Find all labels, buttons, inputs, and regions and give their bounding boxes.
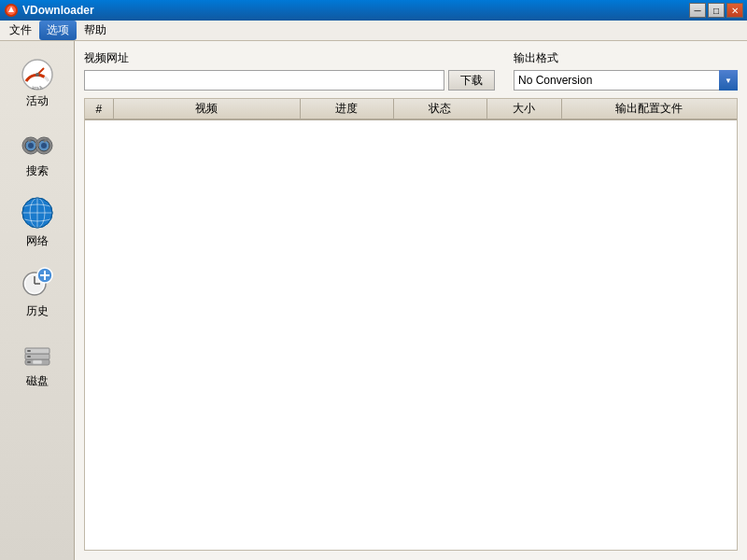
sidebar-active-label: 活动 bbox=[26, 93, 49, 109]
format-select-wrap: No Conversion AVI MP4 WMV MOV MP3 AAC OG… bbox=[514, 70, 738, 91]
url-group: 视频网址 下载 bbox=[84, 50, 495, 91]
network-icon bbox=[19, 194, 56, 231]
svg-rect-32 bbox=[27, 356, 31, 357]
table-container: # 视频 进度 状态 大小 输出配置文件 bbox=[84, 98, 738, 551]
content-area: 视频网址 下载 输出格式 No Conversion AVI MP4 WMV M… bbox=[75, 41, 747, 560]
col-size: 大小 bbox=[486, 99, 561, 119]
svg-point-5 bbox=[35, 73, 39, 77]
download-button[interactable]: 下载 bbox=[448, 70, 495, 91]
sidebar-search-label: 搜索 bbox=[26, 163, 49, 179]
svg-rect-13 bbox=[35, 142, 39, 147]
sidebar-history-label: 历史 bbox=[26, 303, 49, 319]
maximize-button[interactable]: □ bbox=[708, 3, 725, 18]
svg-point-11 bbox=[28, 143, 34, 148]
title-bar: VDownloader ─ □ ✕ bbox=[0, 0, 747, 21]
table-header-row: # 视频 进度 状态 大小 输出配置文件 bbox=[85, 99, 737, 119]
title-text: VDownloader bbox=[22, 4, 94, 17]
url-label: 视频网址 bbox=[84, 50, 495, 66]
svg-rect-33 bbox=[27, 350, 31, 352]
sidebar-network-label: 网络 bbox=[26, 233, 49, 249]
svg-rect-34 bbox=[33, 360, 42, 364]
history-icon bbox=[19, 264, 56, 301]
format-group: 输出格式 No Conversion AVI MP4 WMV MOV MP3 A… bbox=[514, 50, 738, 91]
menu-bar: 文件 选项 帮助 bbox=[0, 21, 747, 41]
sidebar-item-search[interactable]: 搜索 bbox=[4, 119, 71, 185]
col-number: # bbox=[85, 99, 113, 119]
main-layout: km/h 活动 搜索 bbox=[0, 41, 747, 560]
downloads-table: # 视频 进度 状态 大小 输出配置文件 bbox=[85, 99, 737, 120]
sidebar-item-history[interactable]: 历史 bbox=[4, 259, 71, 325]
app-icon bbox=[4, 3, 19, 18]
menu-item-help[interactable]: 帮助 bbox=[77, 21, 114, 40]
sidebar-item-disk[interactable]: 磁盘 bbox=[4, 329, 71, 395]
svg-point-12 bbox=[41, 143, 47, 148]
col-profile: 输出配置文件 bbox=[561, 99, 737, 119]
close-button[interactable]: ✕ bbox=[726, 3, 743, 18]
col-progress: 进度 bbox=[300, 99, 393, 119]
sidebar: km/h 活动 搜索 bbox=[0, 41, 75, 560]
format-label: 输出格式 bbox=[514, 50, 738, 66]
title-bar-controls: ─ □ ✕ bbox=[689, 3, 743, 18]
sidebar-item-network[interactable]: 网络 bbox=[4, 189, 71, 255]
url-row: 下载 bbox=[84, 70, 495, 91]
url-input[interactable] bbox=[84, 70, 444, 91]
format-select[interactable]: No Conversion AVI MP4 WMV MOV MP3 AAC OG… bbox=[514, 70, 738, 91]
col-status: 状态 bbox=[393, 99, 486, 119]
disk-icon bbox=[19, 334, 56, 371]
active-icon: km/h bbox=[19, 54, 56, 91]
sidebar-item-active[interactable]: km/h 活动 bbox=[4, 49, 71, 115]
svg-text:km/h: km/h bbox=[32, 85, 42, 91]
col-video: 视频 bbox=[113, 99, 300, 119]
top-controls: 视频网址 下载 输出格式 No Conversion AVI MP4 WMV M… bbox=[84, 50, 738, 91]
title-bar-left: VDownloader bbox=[4, 3, 94, 18]
svg-rect-31 bbox=[27, 361, 31, 363]
menu-item-file[interactable]: 文件 bbox=[2, 21, 39, 40]
menu-item-options[interactable]: 选项 bbox=[39, 21, 77, 40]
sidebar-disk-label: 磁盘 bbox=[26, 373, 49, 389]
minimize-button[interactable]: ─ bbox=[689, 3, 706, 18]
search-icon bbox=[19, 124, 56, 161]
